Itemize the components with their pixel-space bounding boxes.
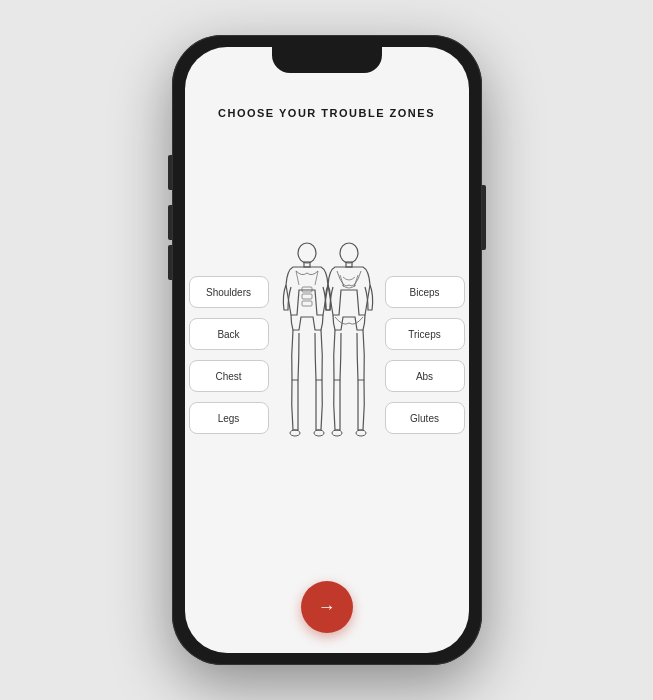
zone-btn-triceps[interactable]: Triceps xyxy=(385,318,465,350)
svg-point-10 xyxy=(356,430,366,436)
body-anatomy-svg xyxy=(277,235,377,475)
zone-btn-abs[interactable]: Abs xyxy=(385,360,465,392)
svg-point-6 xyxy=(314,430,324,436)
zone-btn-shoulders[interactable]: Shoulders xyxy=(189,276,269,308)
right-zone-buttons: Biceps Triceps Abs Glutes xyxy=(385,276,465,434)
screen-content: CHOOSE YOUR TROUBLE ZONES Shoulders Back… xyxy=(185,47,469,653)
phone-frame: CHOOSE YOUR TROUBLE ZONES Shoulders Back… xyxy=(172,35,482,665)
zone-btn-glutes[interactable]: Glutes xyxy=(385,402,465,434)
svg-point-7 xyxy=(340,243,358,263)
svg-point-9 xyxy=(332,430,342,436)
zone-btn-back[interactable]: Back xyxy=(189,318,269,350)
body-figure xyxy=(277,235,377,475)
zone-btn-biceps[interactable]: Biceps xyxy=(385,276,465,308)
svg-point-0 xyxy=(298,243,316,263)
next-button[interactable]: → xyxy=(301,581,353,633)
left-zone-buttons: Shoulders Back Chest Legs xyxy=(189,276,269,434)
phone-notch xyxy=(272,47,382,73)
phone-screen: CHOOSE YOUR TROUBLE ZONES Shoulders Back… xyxy=(185,47,469,653)
svg-point-5 xyxy=(290,430,300,436)
arrow-icon: → xyxy=(318,597,336,618)
svg-rect-4 xyxy=(302,301,312,306)
svg-rect-3 xyxy=(302,294,312,299)
zone-btn-legs[interactable]: Legs xyxy=(189,402,269,434)
body-selector: Shoulders Back Chest Legs xyxy=(185,139,469,571)
page-title: CHOOSE YOUR TROUBLE ZONES xyxy=(218,107,435,119)
zone-btn-chest[interactable]: Chest xyxy=(189,360,269,392)
